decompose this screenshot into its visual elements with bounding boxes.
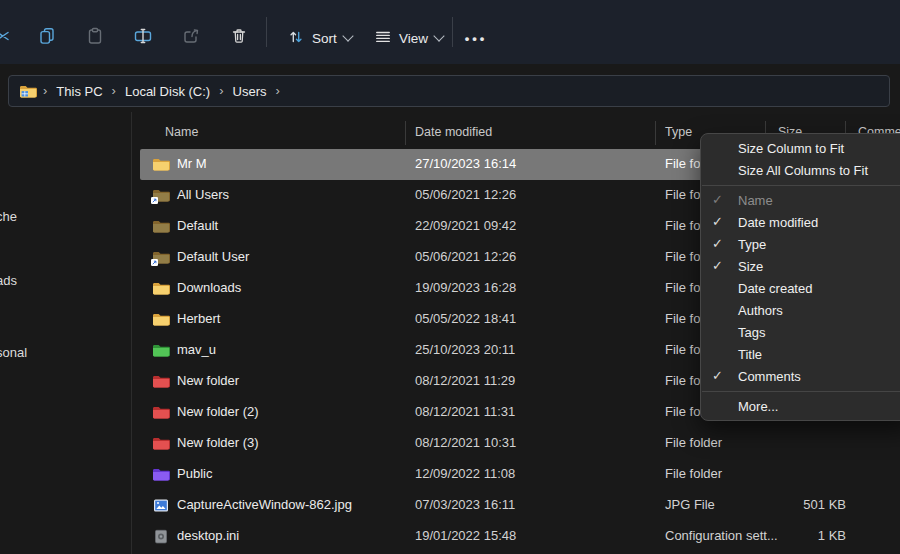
menu-item-label: Type xyxy=(738,237,766,252)
column-header-type[interactable]: Type xyxy=(665,125,692,139)
file-date-modified: 25/10/2023 20:11 xyxy=(415,342,515,357)
menu-item-label: Size All Columns to Fit xyxy=(738,163,868,178)
folder-yellow-shortcut-dim-icon xyxy=(152,250,170,265)
menu-item-label: Date created xyxy=(738,281,812,296)
column-header-name[interactable]: Name xyxy=(165,125,198,139)
menu-item-size-all-columns-to-fit[interactable]: Size All Columns to Fit xyxy=(701,159,900,181)
sidebar-item[interactable]: ads xyxy=(0,273,17,288)
file-row[interactable]: desktop.ini19/01/2022 15:48Configuration… xyxy=(140,521,898,552)
file-row[interactable]: CaptureActiveWindow-862.jpg07/03/2023 16… xyxy=(140,490,898,521)
view-button[interactable]: View xyxy=(365,20,452,56)
menu-item-size[interactable]: ✓Size xyxy=(701,255,900,277)
cut-button[interactable] xyxy=(0,20,20,56)
sidebar-item[interactable]: sonal xyxy=(0,345,27,360)
folder-yellow-shortcut-dim-icon xyxy=(152,188,170,203)
menu-item-comments[interactable]: ✓Comments xyxy=(701,365,900,387)
sort-button-label: Sort xyxy=(312,31,337,46)
menu-item-date-created[interactable]: Date created xyxy=(701,277,900,299)
rename-button[interactable] xyxy=(125,20,161,56)
file-name: All Users xyxy=(177,187,229,202)
file-date-modified: 22/09/2021 09:42 xyxy=(415,218,516,233)
menu-item-tags[interactable]: Tags xyxy=(701,321,900,343)
file-name: New folder (2) xyxy=(177,404,259,419)
menu-item-authors[interactable]: Authors xyxy=(701,299,900,321)
column-header-date-modified[interactable]: Date modified xyxy=(415,125,492,139)
menu-item-title[interactable]: Title xyxy=(701,343,900,365)
menu-item-more[interactable]: More... xyxy=(701,395,900,417)
menu-item-date-modified[interactable]: ✓Date modified xyxy=(701,211,900,233)
toolbar-separator xyxy=(452,17,453,47)
folder-red-icon xyxy=(152,405,170,420)
view-icon xyxy=(374,28,392,49)
file-date-modified: 19/09/2023 16:28 xyxy=(415,280,516,295)
menu-item-size-column-to-fit[interactable]: Size Column to Fit xyxy=(701,137,900,159)
menu-separator xyxy=(701,181,900,189)
sort-button[interactable]: Sort xyxy=(278,20,361,56)
file-name: CaptureActiveWindow-862.jpg xyxy=(177,497,352,512)
file-type: File folder xyxy=(665,466,722,481)
file-name: Downloads xyxy=(177,280,241,295)
file-name: desktop.ini xyxy=(177,528,239,543)
file-row[interactable]: Public12/09/2022 11:08File folder xyxy=(140,459,898,490)
delete-icon xyxy=(229,26,249,50)
share-button[interactable] xyxy=(173,20,209,56)
share-icon xyxy=(181,26,201,50)
menu-item-label: Date modified xyxy=(738,215,818,230)
checkmark-icon: ✓ xyxy=(712,214,723,229)
file-name: Herbert xyxy=(177,311,220,326)
breadcrumb: ›This PC›Local Disk (C:)›Users› xyxy=(41,81,282,102)
column-resize-handle[interactable] xyxy=(405,121,406,145)
copy-icon xyxy=(37,26,57,50)
folder-yellow-icon xyxy=(152,281,170,296)
file-date-modified: 05/06/2021 12:26 xyxy=(415,249,516,264)
menu-item-name: ✓Name xyxy=(701,189,900,211)
cut-icon xyxy=(0,26,12,50)
breadcrumb-separator: › xyxy=(217,83,225,98)
column-resize-handle[interactable] xyxy=(655,121,656,145)
copy-button[interactable] xyxy=(29,20,65,56)
folder-red-icon xyxy=(152,436,170,451)
menu-item-label: Size Column to Fit xyxy=(738,141,844,156)
breadcrumb-separator: › xyxy=(41,83,49,98)
file-name: Public xyxy=(177,466,212,481)
more-icon: ••• xyxy=(465,31,488,46)
file-date-modified: 19/01/2022 15:48 xyxy=(415,528,516,543)
file-date-modified: 08/12/2021 11:29 xyxy=(415,373,515,388)
breadcrumb-item[interactable]: Users xyxy=(226,81,274,102)
paste-button[interactable] xyxy=(77,20,113,56)
sidebar-item[interactable]: che xyxy=(0,209,17,224)
menu-item-label: Title xyxy=(738,347,762,362)
checkmark-icon: ✓ xyxy=(712,258,723,273)
file-row[interactable]: New folder (3)08/12/2021 10:31File folde… xyxy=(140,428,898,459)
folder-yellow-dim-icon xyxy=(152,219,170,234)
file-date-modified: 05/06/2021 12:26 xyxy=(415,187,516,202)
users-folder-icon xyxy=(19,84,37,99)
see-more-button[interactable]: ••• xyxy=(458,20,494,56)
file-name: New folder xyxy=(177,373,239,388)
folder-red-icon xyxy=(152,374,170,389)
file-name: Default User xyxy=(177,249,249,264)
folder-purple-icon xyxy=(152,467,170,482)
checkmark-icon: ✓ xyxy=(712,368,723,383)
menu-item-label: Comments xyxy=(738,369,801,384)
menu-item-label: Name xyxy=(738,193,773,208)
image-file-icon xyxy=(152,498,170,513)
menu-item-type[interactable]: ✓Type xyxy=(701,233,900,255)
breadcrumb-item[interactable]: This PC xyxy=(49,81,109,102)
chevron-down-icon xyxy=(342,30,353,41)
file-name: Mr M xyxy=(177,156,207,171)
view-button-label: View xyxy=(399,31,428,46)
toolbar: Sort View ••• xyxy=(0,0,900,64)
menu-item-label: Authors xyxy=(738,303,783,318)
address-bar[interactable]: ›This PC›Local Disk (C:)›Users› xyxy=(8,75,890,107)
chevron-down-icon xyxy=(433,30,444,41)
file-date-modified: 07/03/2023 16:11 xyxy=(415,497,515,512)
breadcrumb-separator: › xyxy=(273,83,281,98)
folder-yellow-icon xyxy=(152,312,170,327)
rename-icon xyxy=(133,26,153,50)
file-size: 1 KB xyxy=(686,528,846,543)
breadcrumb-item[interactable]: Local Disk (C:) xyxy=(118,81,217,102)
delete-button[interactable] xyxy=(221,20,257,56)
file-date-modified: 27/10/2023 16:14 xyxy=(415,156,516,171)
file-type: File folder xyxy=(665,435,722,450)
